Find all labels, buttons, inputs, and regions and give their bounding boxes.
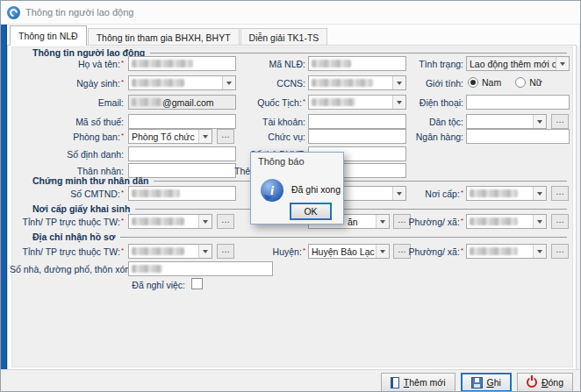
notification-dialog: Thông báo i Đã ghi xong OK — [250, 152, 344, 225]
hs-phuong-xa-label: Phường/ xã:* — [398, 246, 463, 257]
da-nghi-viec-label: Đã nghỉ việc: — [80, 280, 185, 290]
ngay-sinh-combobox[interactable] — [128, 75, 236, 90]
tab-strip: Thông tin NLĐ Thông tin tham gia BHXH, B… — [7, 25, 579, 46]
so-cmtnd-label: Số CMTND:* — [10, 189, 124, 199]
info-icon: i — [261, 179, 283, 202]
chevron-down-icon[interactable] — [376, 245, 389, 258]
tinh-trang-label: Tình trạng: — [398, 59, 463, 69]
ks-tinh-tp-label: Tỉnh/ TP trực thuộc TW:* — [10, 217, 124, 227]
redacted-value — [312, 79, 373, 87]
dien-thoai-input[interactable] — [466, 95, 570, 110]
ma-so-thue-input[interactable] — [128, 114, 236, 129]
app-logo-icon — [7, 6, 20, 19]
email-input[interactable]: @gmail.com — [128, 95, 236, 110]
hs-tinh-tp-combobox[interactable] — [128, 244, 212, 259]
ok-button[interactable]: OK — [290, 203, 332, 220]
ma-so-thue-label: Mã số thuế: — [10, 117, 124, 127]
redacted-value — [470, 217, 518, 225]
email-label: Email: — [10, 97, 124, 108]
redacted-value — [132, 247, 184, 255]
so-nha-label: Số nhà, đường phố, thôn xóm:* — [10, 264, 124, 274]
ngan-hang-input[interactable] — [466, 129, 570, 144]
ks-tinh-tp-more-button[interactable]: … — [217, 214, 234, 229]
so-nha-input[interactable] — [128, 261, 273, 276]
tab-dien-giai-tk1-ts[interactable]: Diễn giải TK1-TS — [240, 28, 328, 46]
dialog-message: Đã ghi xong — [291, 184, 341, 195]
ks-phuong-xa-combobox[interactable] — [466, 214, 547, 229]
power-close-icon — [527, 377, 537, 388]
save-floppy-icon — [471, 377, 483, 388]
section-dia-chi-nhan-ho-so: Địa chỉ nhận hồ sơ — [32, 232, 567, 242]
dan-toc-more-button[interactable]: … — [551, 114, 569, 129]
ngan-hang-label: Ngân hàng: — [398, 132, 463, 142]
ho-ten-label: Họ và tên:* — [10, 59, 124, 69]
chevron-down-icon[interactable] — [222, 76, 235, 89]
phong-ban-label: Phòng ban:* — [10, 132, 124, 142]
redacted-value — [312, 60, 351, 68]
phong-ban-more-button[interactable]: … — [217, 129, 234, 144]
hs-huyen-label: Huyện:* — [238, 246, 305, 257]
window-titlebar: Thông tin người lao động — [1, 1, 580, 25]
dong-button[interactable]: Đóng — [517, 373, 573, 392]
so-cmtnd-input[interactable] — [128, 186, 236, 201]
dien-thoai-label: Điện thoại: — [398, 97, 463, 108]
noi-cap-more-button[interactable]: … — [551, 186, 569, 201]
tab-thong-tin-tham-gia-bhxh-bhyt[interactable]: Thông tin tham gia BHXH, BHYT — [88, 28, 240, 46]
redacted-value — [470, 189, 518, 197]
ma-nld-label: Mã NLĐ: — [238, 59, 305, 69]
ks-phuong-xa-more-button[interactable]: … — [551, 214, 569, 229]
quoc-tich-combobox[interactable] — [308, 95, 406, 110]
ho-ten-input[interactable] — [128, 56, 236, 71]
so-dinh-danh-label: Số định danh: — [10, 149, 124, 160]
tinh-trang-combobox[interactable]: Lao động thêm mới chưa có số — [466, 56, 570, 71]
ccns-label: CCNS: — [238, 78, 305, 89]
noi-cap-label: Nơi cấp:* — [398, 189, 463, 199]
hs-huyen-combobox[interactable]: Huyện Bảo Lạc — [308, 244, 390, 259]
parent-window-edge — [1, 25, 7, 383]
redacted-value — [132, 79, 184, 87]
so-dinh-danh-input[interactable] — [128, 146, 236, 161]
noi-cap-combobox[interactable] — [466, 186, 547, 201]
chevron-down-icon[interactable] — [533, 215, 546, 228]
chevron-down-icon[interactable] — [556, 57, 569, 70]
ma-nld-input[interactable] — [308, 56, 406, 71]
gioi-tinh-label: Giới tính: — [398, 78, 463, 89]
chevron-down-icon[interactable] — [198, 215, 212, 228]
phong-ban-combobox[interactable]: Phòng Tổ chức — [128, 129, 212, 144]
ks-phuong-xa-label: Phường/ xã:* — [398, 217, 463, 227]
them-moi-button[interactable]: Thêm mới — [381, 373, 455, 392]
ks-tinh-tp-combobox[interactable] — [128, 214, 212, 229]
chevron-down-icon[interactable] — [533, 115, 546, 128]
gioi-tinh-radio-group: Nam Nữ — [468, 77, 542, 88]
hs-tinh-tp-more-button[interactable]: … — [217, 244, 234, 259]
chevron-down-icon[interactable] — [198, 245, 212, 258]
new-document-icon — [391, 377, 399, 388]
window-title: Thông tin người lao động — [25, 7, 133, 18]
employee-info-window: Thông tin người lao động Thông tin NLĐ T… — [0, 0, 581, 392]
redacted-value — [132, 217, 184, 225]
footer-buttons: Thêm mới Ghi Đóng — [381, 373, 573, 392]
tab-thong-tin-nld[interactable]: Thông tin NLĐ — [10, 25, 87, 46]
tai-khoan-label: Tài khoản: — [238, 117, 305, 127]
hs-phuong-xa-combobox[interactable] — [466, 244, 547, 259]
gioi-tinh-nam-radio[interactable] — [468, 77, 478, 88]
redacted-value — [132, 189, 180, 197]
hs-phuong-xa-more-button[interactable]: … — [551, 244, 569, 259]
ccns-combobox[interactable] — [308, 75, 406, 90]
redacted-value — [132, 98, 162, 106]
ngay-sinh-label: Ngày sinh:* — [10, 78, 124, 89]
tai-khoan-input[interactable] — [308, 114, 406, 129]
gioi-tinh-nu-radio[interactable] — [515, 77, 526, 88]
hs-tinh-tp-label: Tỉnh/ TP trực thuộc TW:* — [10, 246, 124, 257]
dan-toc-combobox[interactable] — [466, 114, 547, 129]
chevron-down-icon[interactable] — [533, 245, 546, 258]
redacted-value — [132, 60, 193, 68]
ghi-button[interactable]: Ghi — [461, 373, 512, 392]
chevron-down-icon[interactable] — [533, 187, 546, 200]
redacted-value — [132, 265, 162, 273]
chuc-vu-input[interactable] — [308, 129, 406, 144]
chevron-down-icon[interactable] — [376, 215, 389, 228]
chevron-down-icon[interactable] — [198, 130, 212, 143]
quoc-tich-label: Quốc Tịch:* — [238, 97, 305, 108]
da-nghi-viec-checkbox[interactable] — [191, 278, 203, 289]
